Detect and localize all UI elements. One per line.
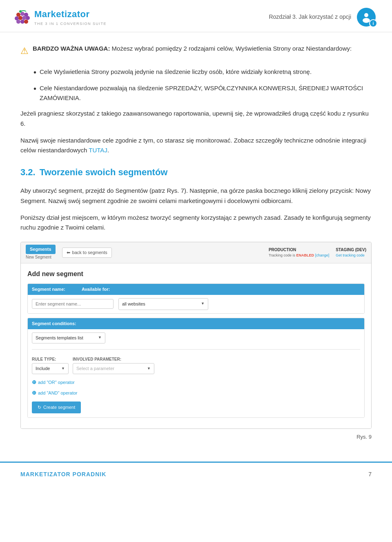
staging-sub[interactable]: Get tracking code bbox=[336, 253, 365, 259]
add-segment-title: Add new segment bbox=[27, 269, 365, 279]
templates-list-label: Segments templates list bbox=[36, 335, 83, 341]
ui-form-body: Add new segment Segment name: Available … bbox=[21, 263, 371, 428]
back-btn-label: back to segments bbox=[72, 249, 107, 256]
enabled-status: ENABLED bbox=[296, 253, 314, 257]
production-label: PRODUCTION bbox=[269, 247, 296, 253]
body-paragraph-1: Jeżeli pragniesz skorzystać z takiego za… bbox=[20, 109, 372, 129]
section-paragraph-1: Aby utworzyć segment, przejdź do Segment… bbox=[20, 186, 372, 206]
footer-brand-name: MARKETIZATOR PORADNIK bbox=[20, 470, 106, 479]
logo-text: Marketizator THE 3 IN 1 CONVERSION SUITE bbox=[34, 7, 107, 27]
available-for-label: Available for: bbox=[82, 286, 110, 293]
rule-selects-row: Include ▼ Select a parameter ▼ bbox=[32, 363, 360, 374]
segments-nav: Segments New Segment bbox=[26, 245, 56, 261]
grape-logo-icon bbox=[12, 8, 30, 26]
list-item: • Cele Wyświetlenia Strony pozwolą jedyn… bbox=[33, 67, 372, 78]
dropdown-caret-icon: ▼ bbox=[201, 301, 205, 307]
list-item: • Cele Niestandardowe pozwalają na śledz… bbox=[33, 83, 372, 103]
tracking-text: Tracking code is bbox=[269, 253, 296, 257]
warning-body: Możesz wybrać pomiędzy 2 rodzajami celów… bbox=[112, 45, 352, 52]
select-parameter-dropdown[interactable]: Select a parameter ▼ bbox=[73, 363, 154, 374]
period: . bbox=[107, 147, 109, 154]
footer-page-number: 7 bbox=[368, 470, 372, 479]
bullet-dot-icon: • bbox=[33, 83, 36, 94]
param-caret-icon: ▼ bbox=[147, 366, 151, 372]
involved-param-label: INVOLVED PARAMETER: bbox=[73, 356, 121, 363]
templates-caret-icon: ▼ bbox=[98, 335, 102, 341]
include-select[interactable]: Include ▼ bbox=[32, 363, 69, 374]
header-right: Rozdział 3. Jak korzystać z opcji i bbox=[269, 8, 376, 27]
add-and-operator-button[interactable]: ⊕ add "AND" operator bbox=[32, 389, 360, 397]
refresh-icon: ↻ bbox=[38, 404, 41, 411]
section-paragraph-2: Poniższy dział jest miejscem, w którym m… bbox=[20, 213, 372, 233]
select-param-label: Select a parameter bbox=[76, 365, 114, 372]
available-for-select[interactable]: all websites ▼ bbox=[118, 298, 208, 310]
rule-separator bbox=[32, 349, 360, 350]
form-inputs-row: all websites ▼ bbox=[28, 295, 364, 313]
include-value: Include bbox=[36, 365, 50, 372]
user-avatar: i bbox=[357, 8, 376, 27]
svg-point-4 bbox=[18, 16, 22, 20]
bullet-list: • Cele Wyświetlenia Strony pozwolą jedyn… bbox=[33, 67, 372, 103]
rule-labels-row: RULE TYPE: INVOLVED PARAMETER: bbox=[32, 356, 360, 363]
section-text-1: Aby utworzyć segment, przejdź do Segment… bbox=[20, 187, 371, 204]
svg-point-5 bbox=[22, 16, 26, 20]
ui-topbar-right: PRODUCTION Tracking code is ENABLED [cha… bbox=[269, 247, 366, 259]
logo-tagline: THE 3 IN 1 CONVERSION SUITE bbox=[34, 21, 107, 27]
and-plus-icon: ⊕ bbox=[32, 389, 36, 397]
warning-text: BARDZO WAŻNA UWAGA: Możesz wybrać pomięd… bbox=[33, 44, 352, 54]
back-arrow-icon: ⬅ bbox=[67, 249, 70, 256]
svg-point-6 bbox=[26, 16, 30, 20]
create-btn-label: Create segment bbox=[43, 404, 75, 411]
section-number: 3.2. bbox=[20, 165, 36, 179]
svg-point-11 bbox=[364, 13, 368, 17]
add-and-label: add "AND" operator bbox=[38, 390, 77, 397]
staging-label: STAGING (DEV) bbox=[336, 247, 366, 253]
bullet-text-2: Cele Niestandardowe pozwalają na śledzen… bbox=[40, 83, 372, 103]
section-title: Tworzenie swoich segmentów bbox=[40, 165, 168, 179]
warning-icon: ⚠ bbox=[20, 44, 29, 58]
templates-list-select[interactable]: Segments templates list ▼ bbox=[32, 332, 105, 343]
body-text-2: Nazwij swoje niestandardowe cele zgodnie… bbox=[20, 137, 366, 154]
svg-point-8 bbox=[20, 20, 24, 24]
available-for-value: all websites bbox=[122, 301, 145, 308]
tutaj-link[interactable]: TUTAJ bbox=[89, 147, 107, 154]
ui-screenshot-block: Segments New Segment ⬅ back to segments … bbox=[20, 242, 372, 428]
segments-label: Segments bbox=[26, 245, 56, 254]
form-header-row: Segment name: Available for: bbox=[28, 284, 364, 295]
add-or-label: add "OR" operator bbox=[38, 379, 75, 386]
add-or-operator-button[interactable]: ⊕ add "OR" operator bbox=[32, 378, 360, 386]
rys-label: Rys. 9 bbox=[20, 433, 372, 441]
warning-title: BARDZO WAŻNA UWAGA: bbox=[33, 45, 110, 52]
staging-block: STAGING (DEV) Get tracking code bbox=[336, 247, 366, 259]
body-paragraph-2: Nazwij swoje niestandardowe cele zgodnie… bbox=[20, 136, 372, 156]
change-link[interactable]: [change] bbox=[315, 253, 330, 257]
logo-area: Marketizator THE 3 IN 1 CONVERSION SUITE bbox=[12, 7, 107, 27]
svg-point-9 bbox=[24, 20, 28, 24]
create-segment-button[interactable]: ↻ Create segment bbox=[32, 401, 81, 413]
production-status: Tracking code is ENABLED [change] bbox=[269, 253, 329, 259]
rule-type-label: RULE TYPE: bbox=[32, 356, 69, 363]
ui-topbar-left: Segments New Segment ⬅ back to segments bbox=[26, 245, 112, 261]
chapter-title: Rozdział 3. Jak korzystać z opcji bbox=[269, 13, 351, 22]
section-text-2: Poniższy dział jest miejscem, w którym m… bbox=[20, 214, 371, 231]
segment-name-input[interactable] bbox=[32, 299, 114, 309]
page-header: Marketizator THE 3 IN 1 CONVERSION SUITE… bbox=[0, 0, 392, 32]
ui-topbar: Segments New Segment ⬅ back to segments … bbox=[21, 242, 371, 263]
or-plus-icon: ⊕ bbox=[32, 378, 36, 386]
info-badge-icon: i bbox=[369, 19, 377, 27]
segment-name-section: Segment name: Available for: all website… bbox=[27, 283, 365, 314]
bullet-dot-icon: • bbox=[33, 67, 36, 78]
segment-conditions-section: Segment conditions: Segments templates l… bbox=[27, 318, 365, 418]
warning-block: ⚠ BARDZO WAŻNA UWAGA: Możesz wybrać pomi… bbox=[20, 44, 372, 58]
conditions-header: Segment conditions: bbox=[28, 318, 364, 329]
back-to-segments-button[interactable]: ⬅ back to segments bbox=[62, 248, 112, 258]
new-segment-sub: New Segment bbox=[26, 254, 56, 261]
logo-brand-name: Marketizator bbox=[34, 7, 107, 21]
main-content: ⚠ BARDZO WAŻNA UWAGA: Możesz wybrać pomi… bbox=[0, 32, 392, 449]
section-heading: 3.2. Tworzenie swoich segmentów bbox=[20, 165, 372, 179]
svg-point-7 bbox=[16, 20, 20, 24]
segment-name-label: Segment name: bbox=[32, 286, 65, 293]
production-block: PRODUCTION Tracking code is ENABLED [cha… bbox=[269, 247, 329, 259]
include-caret-icon: ▼ bbox=[61, 366, 65, 372]
bullet-text-1: Cele Wyświetlenia Strony pozwolą jedynie… bbox=[40, 67, 312, 77]
